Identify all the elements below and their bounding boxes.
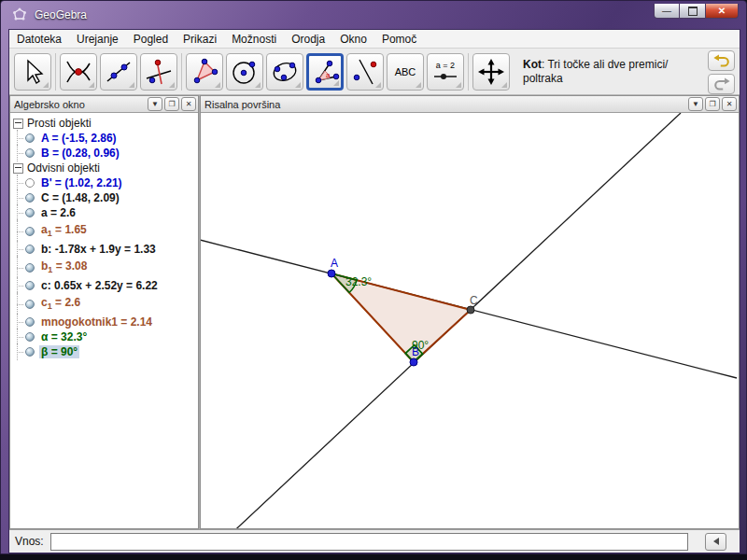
svg-text:a = 2: a = 2 [436,61,455,70]
algebra-item-b[interactable]: b1 = 3.08 [10,257,198,278]
tool-angle[interactable]: a [306,53,344,91]
drawing-pad[interactable]: ABC32.3°90° [201,113,739,528]
close-button[interactable]: ✕ [705,4,739,19]
algebra-undock-button[interactable]: ❐ [164,97,179,111]
tool-new-point[interactable] [60,53,97,91]
input-help-toggle-button[interactable] [705,533,726,551]
maximize-button[interactable] [680,4,705,19]
tool-help-name: Kot [523,58,542,71]
graphics-close-button[interactable]: ✕ [722,97,737,111]
menu-orodja[interactable]: Orodja [284,33,332,46]
menu-moznosti[interactable]: Možnosti [224,33,284,46]
menu-datoteka[interactable]: Datoteka [9,33,69,46]
algebra-item-b[interactable]: b: -1.78x + 1.9y = 1.33 [10,242,198,257]
algebra-item-c[interactable]: c: 0.65x + 2.52y = 6.22 [10,278,198,293]
tool-dropdown-arrow-icon[interactable] [43,82,49,88]
tool-dropdown-arrow-icon[interactable] [416,82,421,88]
tool-dropdown-arrow-icon[interactable] [501,82,507,88]
tool-polygon[interactable] [186,53,223,91]
visibility-marble-icon[interactable] [25,245,35,254]
tool-conic[interactable] [266,53,303,91]
algebra-group-prostiobjekti: Prosti objekti [10,116,198,131]
tool-reflect[interactable] [346,53,384,91]
tool-line-two-points[interactable] [100,53,137,91]
input-label: Vnos: [15,535,44,548]
tool-text[interactable]: ABC [387,53,424,91]
maximize-icon [688,7,698,16]
visibility-marble-icon[interactable] [25,347,35,357]
tool-dropdown-arrow-icon[interactable] [333,80,339,86]
tool-dropdown-arrow-icon[interactable] [375,82,381,88]
toolbar-separator [181,53,182,91]
algebra-item-c[interactable]: C = (1.48, 2.09) [10,190,198,205]
algebra-item-text: c1 = 2.6 [39,296,82,311]
menu-pogled[interactable]: Pogled [126,33,176,46]
input-bar: Vnos: [9,529,740,553]
algebra-item-text: b1 = 3.08 [39,259,89,274]
algebra-item-[interactable]: β = 90° [10,344,198,359]
tool-circle-center-point[interactable] [226,53,263,91]
undo-button[interactable] [708,50,735,71]
tool-dropdown-arrow-icon[interactable] [129,82,134,88]
algebra-menu-button[interactable]: ▼ [148,97,162,111]
client-area: DatotekaUrejanjePogledPrikaziMožnostiOro… [8,29,740,553]
redo-button[interactable] [708,74,735,94]
visibility-marble-icon[interactable] [25,133,35,143]
visibility-marble-icon[interactable] [25,281,35,290]
algebra-item-text: C = (1.48, 2.09) [39,191,121,204]
tool-dropdown-arrow-icon[interactable] [169,82,175,88]
tool-perpendicular-line[interactable] [140,53,177,91]
algebra-item-mnogokotnik1[interactable]: mnogokotnik1 = 2.14 [10,315,198,329]
tool-dropdown-arrow-icon[interactable] [295,82,301,88]
visibility-marble-hidden-icon[interactable] [25,178,35,188]
point-B[interactable] [410,358,417,366]
redo-icon [712,77,731,91]
angle-value-label: 32.3° [345,275,372,288]
collapse-icon[interactable] [13,163,23,174]
tool-dropdown-arrow-icon[interactable] [89,82,94,88]
tool-dropdown-arrow-icon[interactable] [215,82,220,88]
visibility-marble-icon[interactable] [25,300,35,309]
tool-dropdown-arrow-icon[interactable] [255,82,261,88]
tool-dropdown-arrow-icon[interactable] [456,82,461,88]
algebra-item-a[interactable]: a1 = 1.65 [10,220,198,242]
algebra-close-button[interactable]: ✕ [181,97,196,111]
visibility-marble-icon[interactable] [25,193,35,203]
algebra-item-[interactable]: α = 32.3° [10,329,198,344]
algebra-item-c[interactable]: c1 = 2.6 [10,293,198,315]
visibility-marble-icon[interactable] [25,263,35,273]
visibility-marble-icon[interactable] [25,332,35,342]
graphics-menu-button[interactable]: ▼ [688,97,703,111]
menu-urejanje[interactable]: Urejanje [69,33,126,46]
minimize-button[interactable]: — [654,4,680,19]
title-bar: GeoGebra — ✕ [1,1,747,29]
geogebra-logo-icon [12,7,27,22]
algebra-tree: Prosti objektiA = (-1.5, 2.86)B = (0.28,… [10,113,198,359]
visibility-marble-icon[interactable] [25,227,35,236]
algebra-item-a[interactable]: a = 2.6 [10,205,198,220]
collapse-icon[interactable] [13,119,23,129]
tool-move[interactable] [14,53,51,91]
tool-move-graphics-view[interactable] [472,53,510,91]
undo-icon [712,53,731,68]
algebra-view-title: Algebrsko okno [14,99,148,110]
algebra-group-label: Prosti objekti [27,117,92,130]
graphics-undock-button[interactable]: ❐ [705,97,720,111]
point-A[interactable] [328,270,335,277]
algebra-item-text: a = 2.6 [39,206,78,219]
geometry-canvas[interactable]: ABC32.3°90° [201,113,739,528]
algebra-item-b[interactable]: B' = (1.02, 2.21) [10,175,198,190]
menu-pomoc[interactable]: Pomoč [374,33,424,46]
command-input[interactable] [50,533,688,551]
point-C[interactable] [467,306,474,314]
algebra-item-a[interactable]: A = (-1.5, 2.86) [10,131,198,146]
tool-slider[interactable]: a = 2 [427,53,464,91]
tool-help-desc: : Tri točke ali dve premici/ [542,58,668,71]
algebra-item-b[interactable]: B = (0.28, 0.96) [10,146,198,161]
algebra-item-text: B' = (1.02, 2.21) [39,176,124,189]
menu-prikazi[interactable]: Prikazi [176,33,224,46]
visibility-marble-icon[interactable] [25,148,35,158]
visibility-marble-icon[interactable] [25,317,35,327]
menu-okno[interactable]: Okno [332,33,374,46]
visibility-marble-icon[interactable] [25,208,35,217]
